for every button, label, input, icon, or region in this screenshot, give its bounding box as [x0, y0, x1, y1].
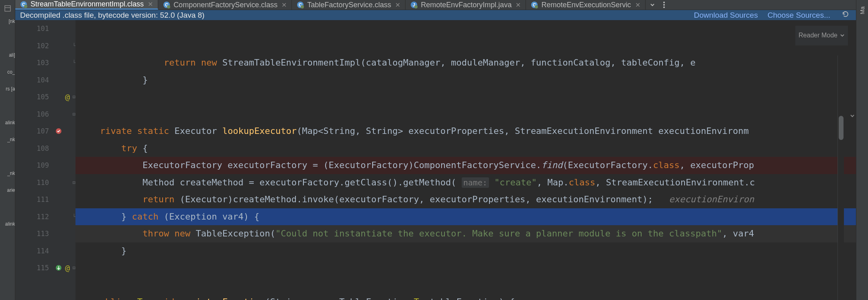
- line-number: 108: [37, 144, 49, 152]
- code-line[interactable]: } catch (Exception var4) {: [75, 208, 856, 226]
- svg-point-19: [663, 6, 665, 8]
- sidebar-frag: [0, 147, 15, 164]
- svg-point-4: [24, 5, 27, 8]
- line-number: 102: [37, 42, 49, 50]
- choose-sources-link[interactable]: Choose Sources...: [768, 11, 830, 20]
- scrollbar-track[interactable]: [837, 55, 844, 300]
- fold-mark[interactable]: └: [73, 60, 75, 66]
- code-line[interactable]: ExecutorFactory executorFactory = (Execu…: [75, 157, 856, 174]
- gutter-line[interactable]: 111: [15, 191, 75, 208]
- class-file-icon: C: [531, 1, 538, 8]
- svg-point-7: [167, 5, 170, 8]
- code-line[interactable]: ublic <T> void registerFunction(String n…: [75, 294, 856, 300]
- gutter[interactable]: 101102└103└104105@⊟106⊟107108109110⊟1111…: [15, 20, 75, 300]
- sidebar-frag: arie: [0, 181, 15, 198]
- breakpoint-icon[interactable]: [55, 128, 62, 134]
- expand-chevron-icon[interactable]: [815, 90, 855, 142]
- close-icon[interactable]: ✕: [147, 0, 154, 8]
- fold-mark[interactable]: ⊟: [73, 180, 75, 185]
- editor-tab[interactable]: CRemoteEnvExecutionServic✕: [526, 0, 645, 10]
- close-icon[interactable]: ✕: [515, 1, 522, 9]
- gutter-line[interactable]: 113: [15, 225, 75, 242]
- project-tool-sidebar[interactable]: nk][ali_cors [aalinknk_nk_ariealink: [0, 0, 15, 300]
- gutter-line[interactable]: 105@⊟: [15, 88, 75, 106]
- tab-options-kebab[interactable]: [659, 0, 669, 10]
- code-line[interactable]: Method createMethod = executorFactory.ge…: [75, 174, 856, 191]
- gutter-line[interactable]: 110⊟: [15, 174, 75, 191]
- gutter-line[interactable]: 102└: [15, 37, 75, 55]
- tab-label: RemoteEnvExecutionServic: [541, 1, 631, 9]
- gutter-line[interactable]: 103└: [15, 54, 75, 72]
- sidebar-frag: alink: [0, 215, 15, 232]
- close-icon[interactable]: ✕: [634, 1, 641, 9]
- line-number: 109: [37, 161, 49, 169]
- code-line[interactable]: [75, 106, 856, 123]
- code-line[interactable]: throw new TableException("Could not inst…: [75, 225, 856, 242]
- code-line[interactable]: [75, 259, 856, 277]
- svg-rect-0: [5, 6, 10, 11]
- code-line[interactable]: [75, 277, 856, 294]
- decompiled-banner: Decompiled .class file, bytecode version…: [15, 10, 856, 20]
- sidebar-frag: [0, 97, 15, 113]
- svg-point-10: [301, 5, 304, 8]
- right-tool-strip[interactable]: Ma: [856, 0, 868, 300]
- gutter-line[interactable]: 101: [15, 20, 75, 37]
- tab-overflow-chevron[interactable]: [646, 0, 659, 10]
- sidebar-frag: alink: [0, 113, 15, 130]
- code-line[interactable]: rivate static Executor lookupExecutor(Ma…: [75, 123, 856, 140]
- svg-point-16: [535, 5, 538, 8]
- code-line[interactable]: }: [75, 242, 856, 260]
- editor-tab[interactable]: CTableFactoryService.class✕: [292, 0, 405, 10]
- fold-mark[interactable]: ⊟: [73, 111, 75, 117]
- line-number: 104: [37, 76, 49, 84]
- editor-tabs: CStreamTableEnvironmentImpl.class✕CCompo…: [15, 0, 856, 10]
- class-file-icon: C: [20, 1, 27, 8]
- gutter-line[interactable]: 112└: [15, 208, 75, 226]
- svg-point-13: [414, 5, 418, 8]
- line-number: 115: [37, 264, 49, 272]
- code-line[interactable]: return new StreamTableEnvironmentImpl(ca…: [75, 54, 856, 72]
- code-editor[interactable]: 101102└103└104105@⊟106⊟107108109110⊟1111…: [15, 20, 856, 300]
- code-line[interactable]: return (Executor)createMethod.invoke(exe…: [75, 191, 856, 208]
- code-line[interactable]: [75, 88, 856, 106]
- gutter-line[interactable]: 104: [15, 72, 75, 89]
- line-number: 110: [37, 179, 49, 187]
- code-line[interactable]: }: [75, 72, 856, 89]
- editor-tab[interactable]: CComponentFactoryService.class✕: [158, 0, 292, 10]
- scrollbar-thumb[interactable]: [839, 116, 844, 140]
- gutter-line[interactable]: 114: [15, 242, 75, 260]
- fold-mark[interactable]: └: [73, 214, 75, 220]
- code-line[interactable]: try {: [75, 140, 856, 157]
- sidebar-frag: rs [a: [0, 80, 15, 97]
- close-icon[interactable]: ✕: [281, 1, 287, 9]
- right-strip-label[interactable]: Ma: [859, 5, 866, 14]
- code-area[interactable]: return new StreamTableEnvironmentImpl(ca…: [75, 20, 856, 300]
- editor-tab[interactable]: CStreamTableEnvironmentImpl.class✕: [15, 0, 158, 10]
- sidebar-frag: [0, 29, 15, 46]
- fold-mark[interactable]: └: [73, 43, 75, 49]
- tool-stripe-icon[interactable]: [4, 5, 11, 12]
- gutter-line[interactable]: 108: [15, 140, 75, 157]
- sidebar-frag: _co: [0, 63, 15, 80]
- line-number: 107: [37, 127, 49, 135]
- override-icon[interactable]: [55, 265, 62, 271]
- fold-mark[interactable]: ⊟: [73, 94, 75, 100]
- line-number: 114: [37, 247, 49, 255]
- gutter-line[interactable]: 107: [15, 123, 75, 140]
- refresh-icon[interactable]: [840, 10, 851, 20]
- download-sources-link[interactable]: Download Sources: [694, 11, 758, 20]
- banner-message: Decompiled .class file, bytecode version…: [20, 11, 684, 20]
- tab-label: StreamTableEnvironmentImpl.class: [31, 0, 144, 8]
- gutter-line[interactable]: 109: [15, 157, 75, 174]
- tab-label: RemoteEnvFactoryImpl.java: [421, 1, 511, 9]
- svg-point-17: [663, 2, 665, 3]
- sidebar-frag: [ali: [0, 46, 15, 63]
- gutter-line[interactable]: 106⊟: [15, 106, 75, 123]
- gutter-line[interactable]: 115@⊟: [15, 259, 75, 277]
- editor-tab[interactable]: JRemoteEnvFactoryImpl.java✕: [405, 0, 526, 10]
- line-number: 113: [37, 230, 49, 238]
- close-icon[interactable]: ✕: [394, 1, 401, 9]
- fold-mark[interactable]: ⊟: [73, 265, 75, 271]
- reader-mode-toggle[interactable]: Reader Mode: [795, 26, 848, 45]
- sidebar-frag: nk_: [0, 164, 15, 181]
